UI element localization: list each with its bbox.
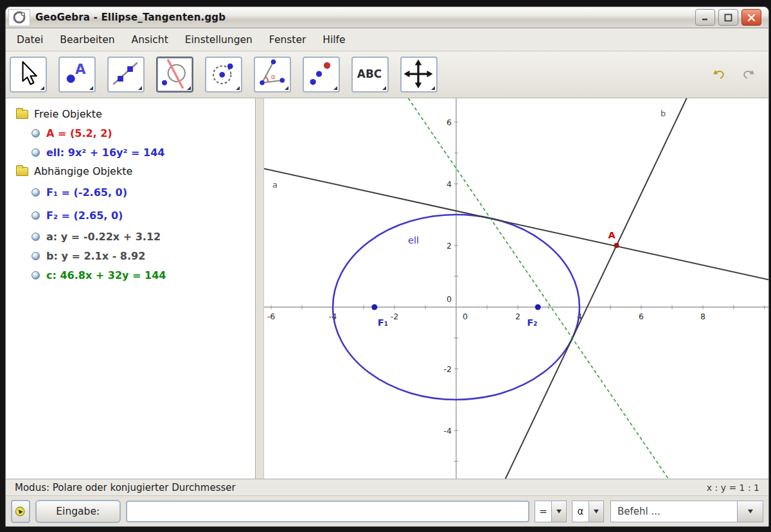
algebra-object-text: F₁ = (-2.65, 0) (46, 186, 127, 199)
algebra-object-row[interactable]: c: 46.8x + 32y = 144 (31, 265, 255, 285)
relation-dropdown[interactable]: = (535, 501, 567, 522)
algebra-section-header[interactable]: Abhängige Objekte (16, 162, 255, 181)
input-help-button[interactable] (11, 500, 30, 523)
svg-text:ell: ell (408, 235, 419, 245)
panel-divider[interactable] (256, 98, 263, 479)
geogebra-logo-icon (8, 9, 30, 26)
algebra-object-row[interactable]: ell: 9x² + 16y² = 144 (31, 143, 255, 162)
text-tool[interactable]: ABC (351, 57, 389, 93)
tool-dropdown-triangle-icon (187, 86, 191, 90)
svg-text:0: 0 (447, 294, 452, 304)
move-canvas-icon (402, 58, 435, 90)
maximize-button[interactable] (718, 9, 738, 26)
toolbar-buttons: AαABC (10, 57, 449, 93)
svg-text:8: 8 (700, 312, 705, 321)
command-dropdown-value: Befehl ... (610, 501, 738, 522)
algebra-object-text: F₂ = (2.65, 0) (46, 209, 123, 222)
maximize-icon (724, 13, 732, 22)
algebra-object-row[interactable]: A = (5.2, 2) (31, 123, 255, 143)
menu-item-fenster[interactable]: Fenster (261, 31, 315, 48)
close-button[interactable] (741, 9, 761, 26)
algebra-object-text: a: y = -0.22x + 3.12 (46, 231, 161, 243)
polar-line-tool[interactable] (156, 57, 193, 93)
circle-icon (206, 58, 240, 90)
folder-icon (16, 110, 28, 119)
algebra-object-row[interactable]: F₁ = (-2.65, 0) (31, 181, 255, 204)
algebra-object-text: b: y = 2.1x - 8.92 (46, 250, 145, 262)
window-title: GeoGebra - Ellipse_Tangenten.ggb (35, 12, 226, 23)
svg-text:F₂: F₂ (527, 317, 537, 328)
visibility-marble-icon[interactable] (31, 271, 40, 279)
transform-tool[interactable] (303, 57, 340, 93)
menu-item-bearbeiten[interactable]: Bearbeiten (51, 31, 123, 48)
angle-tool[interactable]: α (254, 57, 291, 93)
greek-letter-dropdown-button[interactable] (589, 501, 604, 522)
input-field[interactable] (126, 501, 529, 522)
svg-text:A: A (608, 230, 616, 240)
menu-bar: DateiBearbeitenAnsichtEinstellungenFenst… (6, 28, 768, 51)
svg-text:2: 2 (515, 312, 520, 321)
svg-text:-4: -4 (444, 426, 452, 436)
point-icon: A (60, 58, 93, 90)
svg-text:b: b (660, 109, 666, 118)
minimize-button[interactable] (695, 9, 715, 26)
svg-text:-6: -6 (267, 312, 276, 321)
relation-dropdown-value: = (535, 501, 552, 522)
algebra-section-label: Abhängige Objekte (34, 165, 132, 177)
conic-tool[interactable] (205, 57, 242, 93)
tool-dropdown-triangle-icon (382, 86, 386, 90)
menu-item-hilfe[interactable]: Hilfe (314, 31, 353, 48)
graphics-view[interactable]: -6-4-202468-4-20246abellF₁F₂A (263, 98, 768, 479)
tool-dropdown-triangle-icon (236, 86, 240, 90)
algebra-section-header[interactable]: Freie Objekte (16, 105, 255, 123)
chevron-down-icon (594, 510, 599, 513)
move-icon (11, 58, 44, 90)
menu-item-ansicht[interactable]: Ansicht (123, 31, 177, 48)
redo-icon (741, 67, 756, 82)
line-tool[interactable] (107, 57, 145, 93)
menu-item-datei[interactable]: Datei (8, 31, 51, 48)
move-view-tool[interactable] (400, 57, 438, 93)
visibility-marble-icon[interactable] (31, 148, 40, 157)
menu-item-einstellungen[interactable]: Einstellungen (177, 31, 261, 48)
chevron-down-icon (748, 510, 753, 513)
svg-text:-2: -2 (391, 312, 398, 321)
tool-dropdown-triangle-icon (285, 86, 288, 90)
new-point-tool[interactable]: A (58, 57, 96, 93)
eingabe-button[interactable]: Eingabe: (35, 500, 121, 523)
svg-text:ABC: ABC (357, 67, 382, 80)
text-abc-icon: ABC (353, 58, 386, 90)
mode-status-text: Modus: Polare oder konjugierter Durchmes… (15, 482, 236, 493)
svg-text:a: a (272, 180, 278, 190)
command-dropdown-button[interactable] (738, 501, 763, 522)
undo-icon (712, 67, 726, 82)
algebra-object-text: c: 46.8x + 32y = 144 (46, 269, 166, 281)
tool-dropdown-triangle-icon (333, 86, 337, 90)
title-bar[interactable]: GeoGebra - Ellipse_Tangenten.ggb (6, 7, 768, 28)
tool-dropdown-triangle-icon (138, 86, 142, 90)
visibility-marble-icon[interactable] (31, 188, 40, 197)
redo-button[interactable] (741, 67, 756, 82)
greek-letter-dropdown[interactable]: α (572, 501, 604, 522)
command-dropdown[interactable]: Befehl ... (610, 501, 763, 522)
visibility-marble-icon[interactable] (31, 129, 40, 137)
move-tool[interactable] (10, 57, 47, 93)
greek-letter-dropdown-value: α (572, 501, 589, 522)
visibility-marble-icon[interactable] (31, 252, 40, 260)
close-icon (747, 13, 756, 22)
visibility-marble-icon[interactable] (31, 233, 40, 241)
algebra-section-label: Freie Objekte (34, 108, 102, 120)
svg-text:F₁: F₁ (378, 317, 388, 328)
algebra-object-row[interactable]: b: y = 2.1x - 8.92 (31, 246, 255, 265)
chevron-down-icon (556, 510, 562, 513)
toolbar: AαABC (6, 51, 768, 98)
undo-button[interactable] (712, 67, 726, 82)
algebra-object-row[interactable]: F₂ = (2.65, 0) (31, 204, 255, 227)
relation-dropdown-button[interactable] (552, 501, 567, 522)
visibility-marble-icon[interactable] (31, 211, 40, 220)
svg-text:0: 0 (463, 312, 468, 321)
algebra-object-row[interactable]: a: y = -0.22x + 3.12 (31, 227, 255, 246)
svg-text:A: A (75, 61, 86, 77)
transform-icon (304, 58, 337, 90)
polar-line-icon (157, 58, 191, 90)
